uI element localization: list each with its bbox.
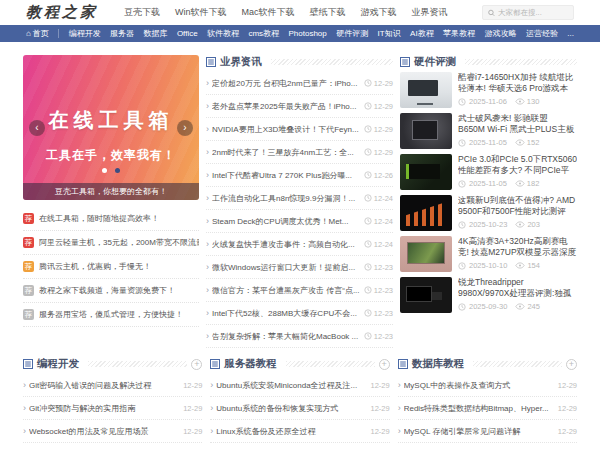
promo-item[interactable]: 荐 阿里云轻量主机，35元起，200M带宽不限流量！ xyxy=(23,231,199,255)
hardware-item[interactable]: 酷睿i7-14650HX加持 续航堪比轻薄本! 华硕天选6 Pro游戏本 202… xyxy=(400,72,577,108)
promo-item[interactable]: 荐 服务器用宝塔，傻瓜式管理，方便快捷！ xyxy=(23,303,199,327)
hardware-title: 4K高清赛3A+320Hz高刷赛电竞! 技嘉M27UP双模显示器深度体 xyxy=(458,236,577,259)
promo-item[interactable]: 荐 教程之家下载频道，海量资源免费下！ xyxy=(23,279,199,303)
promo-item[interactable]: 荐 腾讯云主机，优惠购，手慢无！ xyxy=(23,255,199,279)
top-nav-item-win-software[interactable]: Win软件下载 xyxy=(175,6,227,19)
nav-item-home[interactable]: ⌂首页 xyxy=(26,28,49,39)
recommend-badge-icon: 荐 xyxy=(23,261,34,272)
hardware-date: 2025-10-23 xyxy=(469,220,507,229)
carousel-next-button[interactable]: › xyxy=(177,120,193,136)
recommend-badge-icon: 荐 xyxy=(23,213,34,224)
article-item[interactable]: ›Git撤销命令revert与reset区别全面对比12-29 xyxy=(23,443,202,450)
news-date: 12-23 xyxy=(374,332,393,341)
news-item[interactable]: ›Steam Deck的CPU调度太优秀！Met...12-24 xyxy=(206,210,393,233)
nav-item-more[interactable]: ... xyxy=(567,29,574,38)
section-divider xyxy=(271,59,393,65)
news-title: 微软Windows运行窗口大更新！提前启... xyxy=(212,262,360,273)
article-item[interactable]: ›Linux系统备份及还原全过程12-29 xyxy=(210,420,389,443)
hardware-item[interactable]: 武士破风袭来! 影驰联盟 B650M Wi-Fi 黑武士PLUS主板评测 202… xyxy=(400,113,577,149)
bullet-icon: › xyxy=(206,125,209,134)
article-item[interactable]: ›Redis特殊类型数据结构Bitmap、Hyper...12-29 xyxy=(398,397,577,420)
article-date: 12-29 xyxy=(183,381,202,390)
more-button[interactable]: + xyxy=(379,359,390,370)
section-header: 编程开发 + xyxy=(23,357,202,371)
hardware-item[interactable]: 这颗新U到底值不值得冲? AMD 9500F和7500F性能对比测评 2025-… xyxy=(400,195,577,231)
search-box[interactable] xyxy=(482,5,574,20)
bullet-icon: › xyxy=(206,263,209,272)
news-item[interactable]: ›定价超20万元 台积电2nm已量产：iPho...12-29 xyxy=(206,72,393,95)
nav-item-game-guides[interactable]: 游戏攻略 xyxy=(484,28,516,39)
article-item[interactable]: ›Websocket的用法及常见应用场景12-29 xyxy=(23,420,202,443)
nav-item-programming[interactable]: 编程开发 xyxy=(69,28,101,39)
top-nav-item-industry-news[interactable]: 业界资讯 xyxy=(412,6,448,19)
top-nav-item-downloads[interactable]: 豆壳下载 xyxy=(124,6,160,19)
carousel-prev-button[interactable]: ‹ xyxy=(29,120,45,136)
promo-item[interactable]: 荐 在线工具箱，随时随地提高效率！ xyxy=(23,207,199,231)
nav-item-office[interactable]: Office xyxy=(177,29,198,38)
nav-item-cms[interactable]: cms教程 xyxy=(248,28,279,39)
bullet-icon: › xyxy=(206,217,209,226)
nav-item-software-tutorials[interactable]: 软件教程 xyxy=(207,28,239,39)
list-icon xyxy=(398,359,408,369)
news-item[interactable]: ›微软Windows运行窗口大更新！提前启...12-23 xyxy=(206,256,393,279)
article-title: MySQL中的表操作及查询方式 xyxy=(404,380,554,391)
home-icon: ⌂ xyxy=(26,30,31,38)
promo-text: 腾讯云主机，优惠购，手慢无！ xyxy=(39,261,151,272)
news-item[interactable]: ›NVIDIA要用上X3D堆叠设计！下代Feyn...12-29 xyxy=(206,118,393,141)
article-item[interactable]: ›MySQL中的表操作及查询方式12-29 xyxy=(398,374,577,397)
nav-item-operations[interactable]: 运营经验 xyxy=(526,28,558,39)
section-header: 服务器教程 + xyxy=(210,357,389,371)
top-nav-item-mac-software[interactable]: Mac软件下载 xyxy=(242,6,295,19)
clock-icon xyxy=(458,221,466,229)
news-item[interactable]: ›Intel下代52核、288MB大缓存CPU不会...12-23 xyxy=(206,302,393,325)
news-item[interactable]: ›微信官方：某平台遭黑灰产攻击 传言“点...12-23 xyxy=(206,279,393,302)
cpu-box-photo-thumbnail xyxy=(400,277,452,313)
news-item[interactable]: ›火绒复盘快手遭攻击事件：高频自动化...12-24 xyxy=(206,233,393,256)
search-input[interactable] xyxy=(498,8,568,17)
nav-item-server[interactable]: 服务器 xyxy=(110,28,134,39)
article-item[interactable]: ›Git密码输入错误的问题及解决过程12-29 xyxy=(23,374,202,397)
top-nav-item-wallpapers[interactable]: 壁纸下载 xyxy=(310,6,346,19)
nav-item-apple-tutorials[interactable]: 苹果教程 xyxy=(443,28,475,39)
top-nav-item-games[interactable]: 游戏下载 xyxy=(361,6,397,19)
news-item[interactable]: ›工作流自动化工具n8n惊现9.9分漏洞！...12-24 xyxy=(206,187,393,210)
laptop-photo-thumbnail xyxy=(400,72,452,108)
hardware-item[interactable]: 4K高清赛3A+320Hz高刷赛电竞! 技嘉M27UP双模显示器深度体 2025… xyxy=(400,236,577,272)
top-header: 教程之家 豆壳下载 Win软件下载 Mac软件下载 壁纸下载 游戏下载 业界资讯 xyxy=(0,0,600,25)
article-date: 12-29 xyxy=(558,427,577,436)
news-item[interactable]: ›2nm时代来了！三星放弃4nm工艺：全...12-29 xyxy=(206,141,393,164)
carousel-dot[interactable] xyxy=(115,168,120,173)
article-item[interactable]: ›Ubuntu系统的备份和恢复实现方式12-29 xyxy=(210,397,389,420)
more-button[interactable]: + xyxy=(191,359,202,370)
hardware-item[interactable]: PCIe 3.0和PCIe 5.0下RTX5060性能差距有多大? 不同PCIe… xyxy=(400,154,577,190)
nav-item-database[interactable]: 数据库 xyxy=(143,28,167,39)
search-icon xyxy=(488,9,495,17)
article-item[interactable]: ›Git冲突预防与解决的实用指南12-29 xyxy=(23,397,202,420)
site-logo[interactable]: 教程之家 xyxy=(26,3,98,22)
bullet-icon: › xyxy=(398,404,401,413)
nav-item-photoshop[interactable]: Photoshop xyxy=(289,29,327,38)
news-item[interactable]: ›Intel下代酷睿Ultra 7 270K Plus跑分曝...12-26 xyxy=(206,164,393,187)
carousel-dot-active[interactable] xyxy=(102,168,107,173)
article-item[interactable]: ›Ubuntu系统安装Miniconda全过程及注...12-29 xyxy=(210,374,389,397)
more-button[interactable]: + xyxy=(566,359,577,370)
article-item[interactable]: ›ubuntu使用timeshift向外部硬盘备份方式12-29 xyxy=(210,443,389,450)
promo-carousel[interactable]: 在线工具箱 工具在手，效率我有！ ‹ › 豆壳工具箱，你想要的全都有！ xyxy=(23,55,199,200)
article-item[interactable]: ›MySQL 存储引擎层常见问题详解12-29 xyxy=(398,420,577,443)
article-date: 12-29 xyxy=(558,404,577,413)
motherboard-photo-thumbnail xyxy=(400,113,452,149)
nav-item-ai-tutorials[interactable]: AI教程 xyxy=(410,28,434,39)
article-item[interactable]: ›oracle的trace,alert,incident,cdump,hm...… xyxy=(398,443,577,450)
bullet-icon: › xyxy=(23,381,26,390)
section-title: 硬件评测 xyxy=(414,55,456,69)
carousel-caption[interactable]: 豆壳工具箱，你想要的全都有！ xyxy=(23,183,199,200)
bullet-icon: › xyxy=(210,381,213,390)
bullet-icon: › xyxy=(206,332,209,341)
clock-icon xyxy=(458,262,466,270)
news-item[interactable]: ›老外盘点苹果2025年最失败产品！iPho...12-29 xyxy=(206,95,393,118)
nav-item-hardware-reviews[interactable]: 硬件评测 xyxy=(336,28,368,39)
nav-item-it-knowledge[interactable]: IT知识 xyxy=(378,28,401,39)
clock-icon xyxy=(364,194,372,202)
news-item[interactable]: ›告别复杂拆解：苹果大幅简化MacBook ...12-23 xyxy=(206,325,393,348)
hardware-item[interactable]: 锐龙Threadripper 9980X/9970X处理器评测:独孤求败的HED… xyxy=(400,277,577,313)
